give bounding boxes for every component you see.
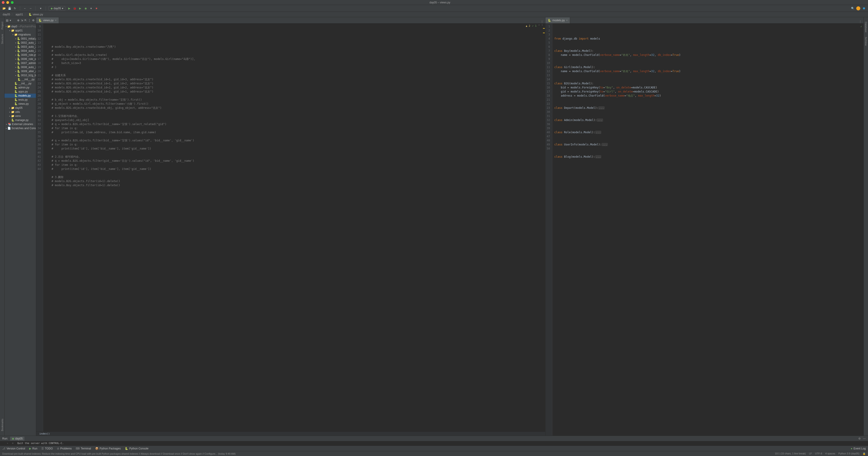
run-icon[interactable]: ▶ [67,6,72,11]
chevron-down-icon[interactable]: ˅ [541,24,543,28]
todo-tab[interactable]: ☰TODO [41,447,53,450]
python-console-tab[interactable]: 🐍Python Console [125,447,149,450]
file-encoding[interactable]: UTF-8 [815,452,822,455]
breadcrumb-item[interactable]: day05 [3,13,10,16]
open-icon[interactable]: 📂 [2,6,6,11]
tree-node[interactable]: ▸🐍0006_role_oc [4,57,36,61]
tree-node[interactable]: ▸🐍0008_auto_20 [4,65,36,69]
maximize-window[interactable] [11,1,13,4]
database-tool-tab[interactable]: Database [865,22,867,32]
project-view-icon[interactable]: ▤ [6,19,8,22]
version-control-tab[interactable]: ⎇Version Control [2,447,25,450]
tree-node[interactable]: ▸🐍0003_auto_20 [4,45,36,49]
tab-more-icon[interactable]: ⋮ [857,20,864,23]
chevron-down-icon[interactable]: ▾ [10,19,11,22]
code-content[interactable]: ▲ 2 ✓ 1 ˄ ˅ # models.Boy.objects.create(… [43,24,545,432]
more-run-icon[interactable]: ▾ [89,6,93,11]
run-output[interactable]: » ≡ Quit the server with CONTROL-C. [0,441,868,446]
tree-node[interactable]: 🐍models.py [4,94,36,98]
tree-node[interactable]: ▸🐍0007_admin_ [4,61,36,65]
profile-icon[interactable]: ◉ [84,6,88,11]
tab-views[interactable]: 🐍 views.py × [36,18,59,23]
save-icon[interactable]: 💾 [7,6,12,11]
collapse-icon[interactable]: ⇱ [24,19,27,22]
tree-node[interactable]: ▸🐍0002_auto_20 [4,41,36,45]
stop-icon[interactable]: ■ [94,6,99,11]
tree-node[interactable]: ▸📁venv [4,114,36,118]
close-window[interactable] [2,1,4,4]
expand-icon[interactable]: ⇲ [21,19,23,22]
code-editor-right[interactable]: 1234567891011121314151617182122233031323… [546,24,864,436]
user-icon[interactable]: ▾ [38,6,43,11]
inspection-badge[interactable]: ▲ 2 ✓ 1 ˄ ˅ [526,24,543,28]
structure-tool-tab[interactable]: Structure [1,34,4,44]
tree-node[interactable]: ▸🐍0009_alter_a [4,69,36,73]
tree-node[interactable]: ▸📚External Libraries [4,122,36,126]
tree-node[interactable]: 🐍apps.py [4,90,36,94]
options-icon[interactable]: ⋮ [28,19,31,22]
forward-icon[interactable]: → [28,6,33,11]
python-packages-tab[interactable]: 📦Python Packages [95,447,121,450]
tree-node[interactable]: ▸🐍0004_auto_20 [4,49,36,53]
run-configuration[interactable]: ◆ day05 ▾ [49,6,65,11]
project-tool-tab[interactable]: Project [1,22,4,29]
tree-node[interactable]: 🐍__init__.py [4,77,36,81]
close-icon[interactable]: × [55,19,57,22]
tree-node[interactable]: ▸📄Scratches and Console [4,126,36,130]
run-tab[interactable]: ◆ day05 [10,436,24,440]
minimize-icon[interactable]: — [863,437,866,440]
warning-marker[interactable] [543,28,545,29]
run-tab[interactable]: ▶Run [29,447,37,450]
project-tree[interactable]: ▾📁day05~/PycharmProj▾📁app01▾📁migrations▸… [4,24,36,436]
status-message[interactable]: Download pre-built shared indexes: Reduc… [2,452,236,455]
tab-more-icon[interactable]: ⋮ [539,20,545,23]
cursor-position[interactable]: 10:1 (15 chars, 1 line break) [775,452,806,455]
tree-node[interactable]: ▾📁day05~/PycharmProj [4,24,36,28]
code-content[interactable]: ✓ from django.db import modelsclass Boy(… [553,24,864,436]
tab-bar-left: 🐍 views.py × ⋮ [36,17,545,24]
tree-node[interactable]: 🐍tests.py [4,98,36,102]
tree-node[interactable]: ▸📁utils [4,110,36,114]
tab-models[interactable]: 🐍 models.py × [546,18,570,23]
breadcrumb-item[interactable]: app01 [16,13,23,16]
breadcrumb-item[interactable]: 🐍 views.py [29,13,43,16]
sync-icon[interactable]: ↻ [13,6,17,11]
gear-icon[interactable]: ⚙ [32,19,35,22]
problems-tab[interactable]: ⊘Problems [57,447,72,450]
tree-node[interactable]: 🐍__init__.py [4,81,36,85]
code-editor-left[interactable]: 9101112131415161718192021222324252627282… [36,24,545,432]
event-log-tab[interactable]: ●Event Log [851,447,866,450]
close-icon[interactable]: × [566,19,567,22]
tree-node[interactable]: 🐍manage.py [4,118,36,122]
interpreter[interactable]: Python 3.9 (day05) [838,452,860,455]
tree-node[interactable]: 🐍admin.py [4,85,36,90]
warning-marker[interactable] [543,33,545,33]
tree-node[interactable]: ▾📁app01 [4,28,36,33]
window-controls [2,1,13,4]
minimize-window[interactable] [6,1,9,4]
tree-node[interactable]: ▸🐍0005_role.py [4,53,36,57]
indent-setting[interactable]: 4 spaces [825,452,835,455]
line-separator[interactable]: LF [809,452,812,455]
sciview-tool-tab[interactable]: SciView [865,37,867,46]
search-icon[interactable]: 🔍 [850,6,855,11]
back-icon[interactable]: ← [23,6,27,11]
tree-node[interactable]: ▸📁day05 [4,106,36,110]
debug-icon[interactable]: 🐞 [72,6,77,11]
chevron-icon: » [7,442,8,445]
target-icon[interactable]: ⊕ [17,19,20,22]
coverage-icon[interactable]: ▶ [78,6,83,11]
bookmarks-tool-tab[interactable]: Bookmarks [1,419,4,431]
gear-icon[interactable]: ⚙ [858,437,861,440]
chevron-up-icon[interactable]: ˄ [538,24,540,28]
tree-node[interactable]: ▸🐍0001_initial.py [4,37,36,41]
project-panel-header: ▤ ▾ ⊕ ⇲ ⇱ ⋮ ⚙ [4,17,36,24]
tree-node[interactable]: 🐍views.py [4,102,36,106]
tree-node[interactable]: ▸🐍0010_b2g_bo [4,73,36,77]
terminal-tab[interactable]: ⌨Terminal [76,447,91,450]
lock-icon[interactable]: 🔒 [863,452,866,455]
code-breadcrumb[interactable]: index() [36,432,545,436]
tree-node[interactable]: ▾📁migrations [4,33,36,37]
avatar[interactable] [856,6,860,10]
ide-icon[interactable]: ⬢ [862,6,866,11]
